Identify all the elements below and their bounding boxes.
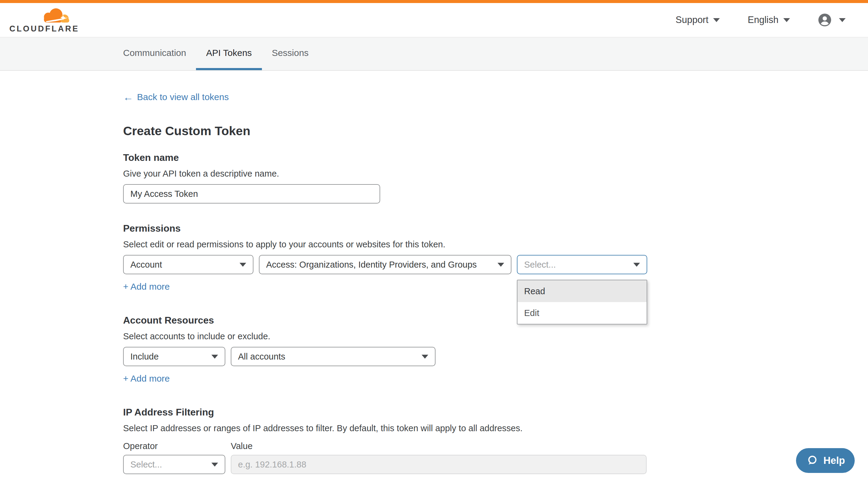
token-name-description: Give your API token a descriptive name. [123, 169, 868, 179]
header: CLOUDFLARE Support English [0, 3, 868, 37]
cloudflare-logo[interactable]: CLOUDFLARE [9, 7, 71, 34]
account-resources-add-more-link[interactable]: + Add more [123, 374, 170, 384]
permission-level-select-wrap: Select... Read Edit [517, 255, 647, 274]
header-nav: Support English [676, 13, 846, 27]
account-resources-target-value: All accounts [238, 352, 285, 362]
back-link-label: Back to view all tokens [137, 92, 229, 102]
ip-value-input[interactable] [231, 455, 647, 474]
brand-top-bar [0, 0, 868, 3]
account-resources-row: Include All accounts [123, 347, 868, 366]
chevron-down-icon [839, 18, 846, 22]
ip-filtering-row: Select... [123, 455, 868, 474]
permissions-heading: Permissions [123, 223, 868, 234]
chevron-down-icon [783, 18, 790, 22]
chevron-down-icon [240, 263, 246, 267]
token-name-heading: Token name [123, 152, 868, 163]
support-label: Support [676, 14, 709, 25]
permission-resource-select[interactable]: Access: Organizations, Identity Provider… [259, 255, 512, 274]
support-menu[interactable]: Support [676, 14, 720, 25]
permission-resource-value: Access: Organizations, Identity Provider… [266, 260, 477, 270]
cloudflare-cloud-icon [9, 7, 71, 25]
tab-communication[interactable]: Communication [113, 37, 196, 70]
tab-api-tokens[interactable]: API Tokens [196, 37, 261, 70]
profile-tabs: Communication API Tokens Sessions [0, 37, 868, 71]
main-content: ← Back to view all tokens Create Custom … [0, 71, 868, 474]
chevron-down-icon [211, 355, 218, 359]
tab-sessions[interactable]: Sessions [262, 37, 319, 70]
menu-option-edit[interactable]: Edit [518, 302, 647, 324]
page-title: Create Custom Token [123, 124, 868, 138]
back-to-tokens-link[interactable]: ← Back to view all tokens [123, 92, 229, 102]
back-arrow-icon: ← [123, 93, 133, 102]
operator-label: Operator [123, 441, 231, 451]
token-name-input[interactable] [123, 184, 380, 203]
chevron-down-icon [713, 18, 720, 22]
chevron-down-icon [211, 463, 218, 467]
account-resources-mode-value: Include [130, 352, 159, 362]
ip-filtering-heading: IP Address Filtering [123, 407, 868, 418]
chevron-down-icon [497, 263, 504, 267]
chevron-down-icon [422, 355, 428, 359]
menu-option-read[interactable]: Read [518, 280, 647, 302]
account-resources-heading: Account Resources [123, 315, 868, 326]
permissions-add-more-link[interactable]: + Add more [123, 282, 170, 292]
account-resources-target-select[interactable]: All accounts [231, 347, 435, 366]
account-resources-description: Select accounts to include or exclude. [123, 331, 868, 342]
help-button-label: Help [823, 455, 845, 466]
ip-operator-placeholder: Select... [130, 460, 162, 470]
permission-scope-select[interactable]: Account [123, 255, 253, 274]
permission-level-select[interactable]: Select... [517, 255, 647, 274]
permission-scope-value: Account [130, 260, 162, 270]
value-label: Value [231, 441, 252, 451]
permission-level-placeholder: Select... [524, 260, 556, 270]
help-button[interactable]: Help [796, 448, 855, 473]
chevron-down-icon [633, 263, 640, 267]
permissions-row: Account Access: Organizations, Identity … [123, 255, 868, 274]
user-avatar-icon [818, 13, 832, 27]
language-label: English [748, 14, 778, 25]
account-menu[interactable] [818, 13, 846, 27]
ip-filtering-description: Select IP addresses or ranges of IP addr… [123, 423, 868, 433]
ip-operator-select[interactable]: Select... [123, 455, 225, 474]
permission-level-menu: Read Edit [517, 280, 647, 324]
ip-filtering-labels: Operator Value [123, 441, 868, 451]
chat-bubble-icon [806, 454, 818, 467]
account-resources-mode-select[interactable]: Include [123, 347, 225, 366]
permissions-description: Select edit or read permissions to apply… [123, 239, 868, 250]
language-menu[interactable]: English [748, 14, 790, 25]
cloudflare-wordmark: CLOUDFLARE [9, 24, 71, 34]
